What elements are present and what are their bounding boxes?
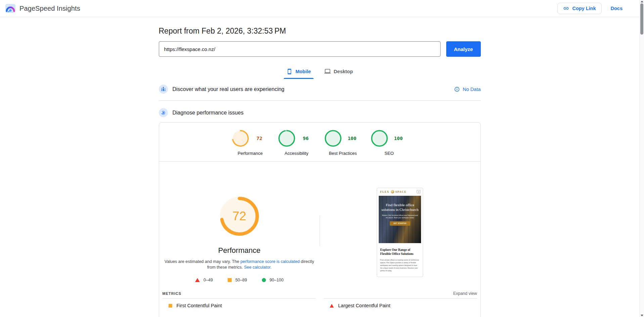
average-square-icon: [228, 278, 232, 282]
thumb-hamburger-icon: ≡: [417, 190, 420, 193]
metric-column-right: Largest Contentful Paint: [324, 298, 477, 308]
thumb-hero-title: Find flexible office solutions in Christ…: [381, 202, 419, 212]
analyze-button[interactable]: Analyze: [446, 41, 481, 57]
mobile-icon: [286, 69, 292, 75]
expand-view-button[interactable]: Expand view: [453, 291, 477, 296]
performance-heading: Performance: [159, 246, 320, 255]
diagnose-icon: [159, 108, 168, 117]
score-calc-link[interactable]: performance score is calculated: [240, 259, 300, 264]
report-panel: 72 Performance 96 Accessibility: [159, 122, 481, 317]
legend-average: 50–89: [228, 278, 247, 282]
score-accessibility[interactable]: 96 Accessibility: [278, 130, 315, 156]
best-practices-score-gauge: 100: [324, 130, 361, 147]
thumb-hero: Find flexible office solutions in Christ…: [379, 196, 421, 243]
performance-score-value: 72: [219, 196, 260, 236]
thumb-site-header: FLEX SPACE ≡: [377, 188, 423, 195]
score-label: Accessibility: [278, 151, 315, 156]
page-screenshot-thumbnail: FLEX SPACE ≡ Find flexible office soluti…: [377, 188, 423, 277]
link-icon: [563, 5, 569, 11]
legend-poor: 0–49: [195, 278, 213, 282]
score-label: Performance: [232, 151, 269, 156]
desktop-icon: [324, 68, 331, 75]
tab-mobile-label: Mobile: [295, 69, 311, 74]
info-icon: [454, 87, 460, 92]
report-title: Report from Feb 2, 2026, 3:32:53 PM: [159, 27, 481, 36]
score-label: SEO: [371, 151, 408, 156]
real-users-icon: [159, 85, 168, 94]
device-tabs: Mobile Desktop: [159, 65, 481, 79]
url-row: Analyze: [159, 41, 481, 57]
metric-columns: First Contentful Paint Largest Contentfu…: [163, 298, 477, 308]
score-seo[interactable]: 100 SEO: [371, 130, 408, 156]
copy-link-button[interactable]: Copy Link: [557, 3, 601, 14]
column-divider: [320, 215, 320, 246]
thumb-below-fold: Explore Our Range of Flexible Office Sol…: [377, 243, 423, 272]
thumb-site-logo: FLEX SPACE: [380, 190, 406, 193]
thumb-hero-subtitle: Modern, fully furnished offices near Har…: [382, 214, 418, 219]
metric-lcp: Largest Contentful Paint: [330, 303, 477, 308]
field-data-title: Discover what your real users are experi…: [173, 86, 284, 92]
lcp-level-icon: [330, 304, 334, 308]
field-data-section: Discover what your real users are experi…: [159, 85, 481, 101]
score-legend: 0–49 50–89 90–100: [159, 278, 320, 282]
score-performance[interactable]: 72 Performance: [232, 130, 269, 156]
fcp-level-icon: [169, 304, 172, 308]
legend-good: 90–100: [262, 278, 284, 282]
performance-main-gauge[interactable]: 72: [219, 196, 260, 236]
tab-mobile[interactable]: Mobile: [282, 65, 316, 79]
brand[interactable]: PageSpeed Insights: [5, 4, 80, 13]
metrics-header-row: METRICS Expand view: [159, 291, 480, 296]
good-circle-icon: [262, 278, 266, 282]
scroll-up-arrow-icon[interactable]: [641, 1, 643, 2]
scrollbar[interactable]: [639, 0, 644, 317]
scroll-down-arrow-icon[interactable]: [641, 315, 643, 316]
lab-data-title: Diagnose performance issues: [173, 110, 244, 116]
field-data-header: Discover what your real users are experi…: [159, 85, 284, 94]
performance-detail-area: 72 Performance Values are estimated and …: [159, 162, 480, 291]
see-calculator-link[interactable]: See calculator.: [244, 265, 272, 270]
page: PageSpeed Insights Copy Link Docs Report…: [0, 0, 639, 317]
no-data-label: No Data: [463, 87, 480, 92]
no-data-status[interactable]: No Data: [454, 87, 480, 92]
copy-link-label: Copy Link: [572, 6, 596, 11]
score-best-practices[interactable]: 100 Best Practices: [324, 130, 361, 156]
seo-score-gauge: 100: [371, 130, 408, 147]
header-actions: Copy Link Docs: [557, 3, 623, 14]
accessibility-score-gauge: 96: [278, 130, 315, 147]
app-title: PageSpeed Insights: [19, 5, 80, 12]
screenshot-column: FLEX SPACE ≡ Find flexible office soluti…: [320, 162, 480, 291]
thumb-section-paragraph: From private offices to meeting rooms & …: [380, 259, 420, 272]
lcp-label: Largest Contentful Paint: [338, 303, 390, 308]
lab-data-section: Diagnose performance issues: [159, 108, 481, 117]
url-input[interactable]: [159, 41, 441, 57]
score-summary-row: 72 Performance 96 Accessibility: [159, 123, 480, 156]
fcp-label: First Contentful Paint: [177, 303, 222, 308]
metric-column-left: First Contentful Paint: [163, 298, 316, 308]
docs-link[interactable]: Docs: [611, 6, 623, 11]
scrollbar-thumb[interactable]: [640, 3, 643, 35]
poor-triangle-icon: [195, 278, 200, 282]
app-header: PageSpeed Insights Copy Link Docs: [0, 0, 639, 17]
metric-fcp: First Contentful Paint: [169, 303, 316, 308]
metrics-heading: METRICS: [163, 291, 182, 296]
tab-desktop[interactable]: Desktop: [320, 65, 358, 79]
note-text: Values are estimated and may vary. The: [165, 259, 240, 264]
pagespeed-logo-icon: [5, 4, 15, 13]
score-label: Best Practices: [324, 151, 361, 156]
performance-note: Values are estimated and may vary. The p…: [160, 259, 318, 270]
main-content: Report from Feb 2, 2026, 3:32:53 PM Anal…: [159, 27, 481, 317]
thumb-logo-emblem: [391, 190, 394, 193]
thumb-get-started-button: GET STARTED: [390, 221, 410, 226]
tab-desktop-label: Desktop: [334, 69, 353, 74]
performance-score-gauge: 72: [232, 130, 269, 147]
performance-gauge-column: 72 Performance Values are estimated and …: [159, 162, 320, 291]
thumb-section-heading: Explore Our Range of Flexible Office Sol…: [380, 248, 420, 256]
